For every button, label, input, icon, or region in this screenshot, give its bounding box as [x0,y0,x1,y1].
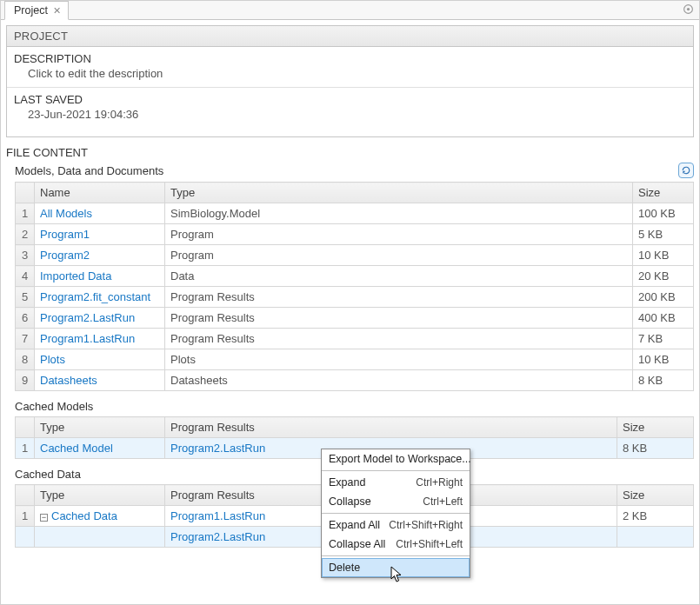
menu-collapse-all[interactable]: Collapse AllCtrl+Shift+Left [322,535,470,554]
table-row[interactable]: 8PlotsPlots10 KB [16,349,694,370]
table-row[interactable]: 9DatasheetsDatasheets8 KB [16,370,694,391]
menu-separator [322,470,470,471]
cached-models-title: Cached Models [15,400,694,413]
models-title-text: Models, Data and Documents [15,164,163,177]
filecontent-label: FILE CONTENT [6,146,694,159]
svg-point-1 [687,8,690,10]
table-row[interactable]: 5Program2.fit_constantProgram Results200… [16,287,694,308]
menu-expand[interactable]: ExpandCtrl+Right [322,473,470,492]
models-table: Name Type Size 1All ModelsSimBiology.Mod… [15,182,694,391]
col-size[interactable]: Size [617,417,694,438]
table-row[interactable]: 1All ModelsSimBiology.Model100 KB [16,203,694,224]
lastsaved-label: LAST SAVED [14,93,686,106]
table-row[interactable]: 7Program1.LastRunProgram Results7 KB [16,329,694,349]
context-menu: Export Model to Workspace... ExpandCtrl+… [321,449,470,578]
app-window: Project ✕ PROJECT DESCRIPTION Click to e… [0,0,700,605]
menu-separator [322,555,470,556]
models-subtitle: Models, Data and Documents [15,163,694,178]
description-label: DESCRIPTION [14,52,686,65]
gear-icon[interactable] [683,3,694,17]
description-value[interactable]: Click to edit the description [14,65,686,87]
lastsaved-value: 23-Jun-2021 19:04:36 [14,106,686,128]
menu-expand-all[interactable]: Expand AllCtrl+Shift+Right [322,515,470,535]
models-table-wrap: Name Type Size 1All ModelsSimBiology.Mod… [15,182,694,391]
close-icon[interactable]: ✕ [53,6,61,16]
col-type[interactable]: Type [165,183,633,203]
col-size[interactable]: Size [617,485,694,506]
menu-collapse[interactable]: CollapseCtrl+Left [322,492,470,511]
col-size[interactable]: Size [633,183,694,203]
menu-export[interactable]: Export Model to Workspace... [322,449,470,469]
refresh-icon[interactable] [678,163,694,178]
project-header: PROJECT [6,25,694,47]
rownum-header [16,183,35,203]
menu-delete[interactable]: Delete [322,558,470,577]
col-name[interactable]: Name [35,183,165,203]
tab-bar: Project ✕ [1,1,699,20]
tab-label: Project [14,4,48,17]
col-type[interactable]: Type [35,485,165,506]
col-type[interactable]: Type [35,417,165,438]
table-row[interactable]: 3Program2Program10 KB [16,245,694,266]
col-program-results[interactable]: Program Results [165,417,617,438]
collapse-icon[interactable]: − [40,514,48,522]
table-row[interactable]: 6Program2.LastRunProgram Results400 KB [16,308,694,329]
tab-project[interactable]: Project ✕ [4,1,69,20]
table-row[interactable]: 2Program1Program5 KB [16,224,694,245]
project-panel: DESCRIPTION Click to edit the descriptio… [6,47,694,137]
table-row[interactable]: 4Imported DataData20 KB [16,266,694,287]
menu-separator [322,513,470,514]
